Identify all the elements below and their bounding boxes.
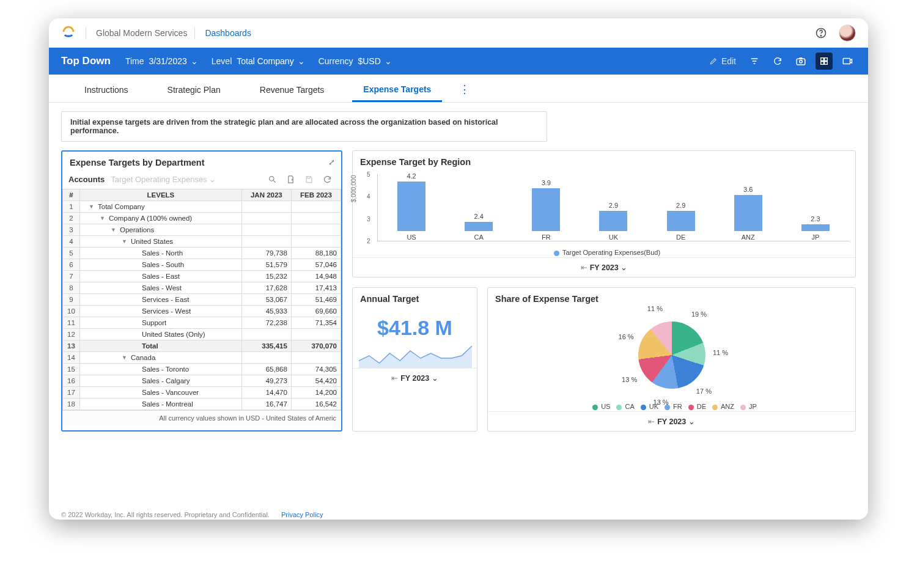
pie-slice-label: 19 % <box>691 311 707 318</box>
chevron-down-icon[interactable]: ⌄ <box>298 56 305 66</box>
refresh-icon[interactable] <box>769 53 786 70</box>
level-label: Level <box>212 56 232 66</box>
card-title: Annual Target <box>353 288 477 309</box>
table-row[interactable]: 13Total335,415370,070 <box>63 340 341 352</box>
svg-rect-4 <box>821 58 824 61</box>
tab-expense-targets[interactable]: Expense Targets <box>352 84 442 102</box>
svg-rect-2 <box>797 59 805 65</box>
column-header[interactable]: LEVELS <box>80 189 242 201</box>
divider <box>194 27 195 39</box>
table-row[interactable]: 14▼Canada <box>63 352 341 364</box>
table-row[interactable]: 2▼Company A (100% owned) <box>63 213 341 224</box>
table-row[interactable]: 11Support72,23871,354 <box>63 317 341 329</box>
export-icon[interactable] <box>286 175 298 184</box>
user-avatar[interactable] <box>839 24 856 42</box>
page-title: Top Down <box>61 55 111 67</box>
svg-rect-10 <box>308 177 310 178</box>
table-row[interactable]: 1▼Total Company <box>63 201 341 213</box>
page-toolbar: Top Down Time 3/31/2023 ⌄ Level Total Co… <box>49 48 868 75</box>
tab-bar: InstructionsStrategic PlanRevenue Target… <box>49 75 868 103</box>
search-icon[interactable] <box>268 175 280 184</box>
time-label: Time <box>125 56 144 66</box>
svg-point-1 <box>820 35 821 35</box>
table-row[interactable]: 6Sales - South51,57957,046 <box>63 259 341 271</box>
chart-legend: Target Operating Expenses(Bud) <box>353 245 855 257</box>
level-value[interactable]: Total Company <box>237 56 293 66</box>
grid-view-icon[interactable] <box>816 53 833 70</box>
table-row[interactable]: 4▼United States <box>63 236 341 248</box>
svg-rect-8 <box>843 59 850 64</box>
table-row[interactable]: 17Sales - Vancouver14,47014,200 <box>63 387 341 399</box>
pie-chart <box>638 322 705 389</box>
info-banner: Initial expense targets are driven from … <box>61 111 547 142</box>
table-row[interactable]: 7Sales - East15,23214,948 <box>63 271 341 282</box>
breadcrumb-dashboards[interactable]: Dashboards <box>205 28 251 38</box>
footer: © 2022 Workday, Inc. All rights reserved… <box>61 511 323 518</box>
expense-by-department-card: Expense Targets by Department ⤢ Accounts… <box>61 150 342 432</box>
refresh-icon[interactable] <box>323 175 335 184</box>
svg-rect-6 <box>821 62 824 65</box>
department-table[interactable]: #LEVELSJAN 2023FEB 2023 1▼Total Company2… <box>62 189 341 410</box>
chevron-down-icon[interactable]: ⌄ <box>191 56 198 66</box>
pie-slice-label: 16 % <box>619 333 634 340</box>
snapshot-icon[interactable] <box>792 53 809 70</box>
expand-icon[interactable]: ⤢ <box>328 158 335 167</box>
pie-slice-label: 13 % <box>622 376 637 383</box>
present-icon[interactable] <box>839 53 856 70</box>
currency-note: All currency values shown in USD - Unite… <box>62 410 341 425</box>
table-row[interactable]: 9Services - East53,06751,469 <box>63 294 341 306</box>
period-selector[interactable]: ⇤FY 2023 ⌄ <box>353 368 477 388</box>
chevron-down-icon[interactable]: ⌄ <box>385 56 392 66</box>
table-row[interactable]: 12United States (Only) <box>63 329 341 340</box>
pie-legend: USCAUKFRDEANZJP <box>488 400 855 411</box>
table-row[interactable]: 16Sales - Calgary49,27354,420 <box>63 375 341 387</box>
expense-by-region-card: Expense Target by Region $,000,000 23454… <box>352 150 856 277</box>
accounts-tab[interactable]: Accounts <box>68 175 105 184</box>
currency-label: Currency <box>319 56 353 66</box>
svg-point-3 <box>800 61 803 64</box>
tab-instructions[interactable]: Instructions <box>73 85 139 102</box>
tab-strategic-plan[interactable]: Strategic Plan <box>157 85 232 102</box>
card-title: Expense Targets by Department <box>62 152 341 172</box>
help-icon[interactable] <box>814 26 828 40</box>
sparkline-chart <box>353 344 477 368</box>
column-header[interactable]: # <box>63 189 80 201</box>
table-row[interactable]: 18Sales - Montreal16,74716,542 <box>63 399 341 410</box>
filter-icon[interactable] <box>746 53 763 70</box>
column-header[interactable]: FEB 2023 <box>291 189 341 201</box>
tab-overflow-menu[interactable]: ⋮ <box>459 83 470 102</box>
measure-selector[interactable]: Target Operating Expenses ⌄ <box>111 175 216 184</box>
period-selector[interactable]: ⇤FY 2023 ⌄ <box>488 411 855 431</box>
pie-slice-label: 17 % <box>696 388 712 395</box>
bar-chart: 23454.2US2.4CA3.9FR2.9UK2.9DE3.6ANZ2.3JP <box>377 174 849 241</box>
time-value[interactable]: 3/31/2023 <box>149 56 186 66</box>
divider <box>86 27 86 39</box>
app-window: Global Modern Services Dashboards Top Do… <box>49 18 868 520</box>
save-icon[interactable] <box>304 175 317 184</box>
share-of-expense-card: Share of Expense Target 19 %11 %17 %13 %… <box>487 287 856 432</box>
edit-button[interactable]: Edit <box>709 56 736 66</box>
svg-rect-7 <box>825 62 828 65</box>
table-row[interactable]: 5Sales - North79,73888,180 <box>63 248 341 259</box>
column-header[interactable]: JAN 2023 <box>241 189 291 201</box>
table-row[interactable]: 8Sales - West17,62817,413 <box>63 282 341 294</box>
card-title: Expense Target by Region <box>353 151 855 172</box>
table-row[interactable]: 10Services - West45,93369,660 <box>63 306 341 317</box>
card-title: Share of Expense Target <box>488 288 855 309</box>
brand-bar: Global Modern Services Dashboards <box>49 18 868 48</box>
tab-revenue-targets[interactable]: Revenue Targets <box>249 85 336 102</box>
svg-point-9 <box>270 177 274 182</box>
svg-rect-5 <box>825 58 828 61</box>
pie-slice-label: 11 % <box>647 305 663 312</box>
privacy-link[interactable]: Privacy Policy <box>281 511 323 518</box>
workday-logo-icon <box>61 26 76 40</box>
period-selector[interactable]: ⇤FY 2023 ⌄ <box>353 257 855 277</box>
table-row[interactable]: 3▼Operations <box>63 224 341 236</box>
pie-slice-label: 13 % <box>654 399 669 406</box>
annual-target-card: Annual Target $41.8 M ⇤FY 2023 ⌄ <box>352 287 477 432</box>
annual-target-value: $41.8 M <box>353 309 477 344</box>
pie-slice-label: 11 % <box>713 349 728 356</box>
org-name: Global Modern Services <box>96 28 187 38</box>
table-row[interactable]: 15Sales - Toronto65,86874,305 <box>63 364 341 375</box>
currency-value[interactable]: $USD <box>358 56 380 66</box>
